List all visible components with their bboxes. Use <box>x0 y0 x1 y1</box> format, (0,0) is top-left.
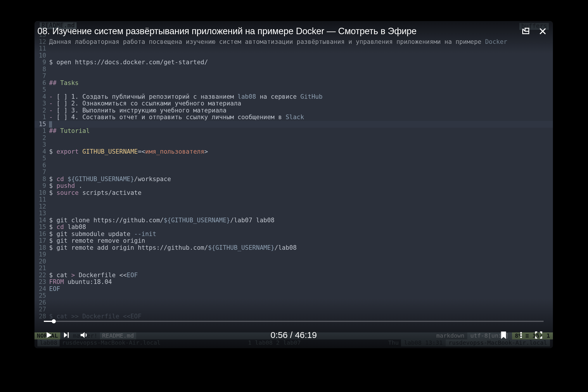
code-line: 11 <box>34 196 553 203</box>
line-number: 3 <box>34 141 49 148</box>
line-number: 11 <box>34 196 49 203</box>
code-line: 3- [ ] 2. Ознакомиться со ссылками учебн… <box>34 100 553 107</box>
code-line: 15 <box>34 121 553 128</box>
code-line: 1- [ ] 4. Составить отчет и отправить сс… <box>34 114 553 121</box>
code-line: 13 <box>34 210 553 217</box>
code-line: 14$ git clone https://github.com/${GITHU… <box>34 217 553 224</box>
line-number: 6 <box>34 80 49 87</box>
line-number: 15 <box>34 224 49 231</box>
svg-point-3 <box>520 337 522 338</box>
line-number: 8 <box>34 66 49 73</box>
pip-icon[interactable] <box>521 27 530 36</box>
code-line: 21 <box>34 265 553 272</box>
line-number: 17 <box>34 237 49 244</box>
svg-rect-0 <box>68 332 69 338</box>
line-number: 22 <box>34 272 49 279</box>
line-number: 23 <box>34 279 49 286</box>
code-content <box>49 121 553 128</box>
bookmark-button[interactable] <box>499 330 509 340</box>
code-line: 23FROM ubuntu:18.04 <box>34 279 553 286</box>
code-content: $ git clone https://github.com/${GITHUB_… <box>49 217 553 224</box>
line-number: 18 <box>34 244 49 251</box>
code-line: 5 <box>34 155 553 162</box>
next-button[interactable] <box>61 330 71 340</box>
code-content <box>49 251 553 258</box>
line-number: 9 <box>34 59 49 66</box>
line-number: 25 <box>34 292 49 299</box>
code-content: - [ ] 4. Составить отчет и отправить ссы… <box>49 114 553 121</box>
code-line: 17$ git remote remove origin <box>34 237 553 244</box>
code-content: - [ ] 1. Создать публичный репозиторий с… <box>49 93 553 100</box>
code-line: 15$ cd lab08 <box>34 224 553 231</box>
code-line: 2 <box>34 135 553 142</box>
svg-point-2 <box>520 334 522 336</box>
line-number: 7 <box>34 73 49 80</box>
code-content <box>49 162 553 169</box>
code-content <box>49 169 553 176</box>
line-number: 3 <box>34 100 49 107</box>
code-line: 25 <box>34 292 553 299</box>
code-content: $ cd ${GITHUB_USERNAME}/workspace <box>49 176 553 183</box>
line-number: 1 <box>34 128 49 135</box>
code-content <box>49 73 553 80</box>
code-content: $ cat > Dockerfile <<EOF <box>49 272 553 279</box>
code-content: FROM ubuntu:18.04 <box>49 279 553 286</box>
code-content: - [ ] 2. Ознакомиться со ссылками учебно… <box>49 100 553 107</box>
code-line: 8$ cd ${GITHUB_USERNAME}/workspace <box>34 176 553 183</box>
line-number: 15 <box>34 121 49 128</box>
code-content: $ git submodule update --init <box>49 231 553 238</box>
code-content <box>49 292 553 299</box>
player-controls: 0:56 / 46:19 <box>34 322 553 348</box>
code-content <box>49 86 553 93</box>
line-number: 6 <box>34 162 49 169</box>
volume-button[interactable] <box>79 330 89 340</box>
code-content: $ export GITHUB_USERNAME=<имя_пользовате… <box>49 148 553 155</box>
code-content <box>49 210 553 217</box>
line-number: 5 <box>34 86 49 93</box>
code-line: 7 <box>34 73 553 80</box>
close-icon[interactable] <box>538 27 547 36</box>
code-content <box>49 135 553 142</box>
fullscreen-button[interactable] <box>534 330 544 340</box>
video-player[interactable]: README.md buffers 1312Данная лабораторна… <box>34 21 553 348</box>
code-line: 5 <box>34 86 553 93</box>
code-line: 6 <box>34 162 553 169</box>
code-line: 9$ open https://docs.docker.com/get-star… <box>34 59 553 66</box>
line-number: 19 <box>34 251 49 258</box>
time-display: 0:56 / 46:19 <box>271 330 317 340</box>
line-number: 12 <box>34 203 49 210</box>
code-line: 12 <box>34 203 553 210</box>
code-line: 10 <box>34 52 553 59</box>
line-number: 10 <box>34 52 49 59</box>
line-number: 14 <box>34 217 49 224</box>
line-number: 4 <box>34 148 49 155</box>
code-content <box>49 265 553 272</box>
code-line: 4- [ ] 1. Создать публичный репозиторий … <box>34 93 553 100</box>
play-button[interactable] <box>44 330 54 340</box>
line-number: 5 <box>34 155 49 162</box>
code-area: 1312Данная лабораторная работа посвещена… <box>34 32 553 329</box>
code-content <box>49 155 553 162</box>
code-line: 7 <box>34 169 553 176</box>
line-number: 4 <box>34 93 49 100</box>
more-button[interactable] <box>516 330 526 340</box>
code-line: 8 <box>34 66 553 73</box>
code-line: 16$ git submodule update --init <box>34 231 553 238</box>
code-line: 20 <box>34 258 553 265</box>
svg-point-1 <box>520 332 522 334</box>
line-number: 24 <box>34 286 49 293</box>
code-content <box>49 141 553 148</box>
line-number: 20 <box>34 258 49 265</box>
line-number: 21 <box>34 265 49 272</box>
code-line: 24EOF <box>34 286 553 293</box>
code-line: 3 <box>34 141 553 148</box>
line-number: 2 <box>34 107 49 114</box>
line-number: 1 <box>34 114 49 121</box>
line-number: 7 <box>34 169 49 176</box>
code-content: $ pushd . <box>49 183 553 190</box>
code-content: EOF <box>49 286 553 293</box>
line-number: 2 <box>34 135 49 142</box>
player-header: 08. Изучение систем развёртывания прилож… <box>34 21 553 41</box>
code-content: ## Tasks <box>49 80 553 87</box>
code-content <box>49 203 553 210</box>
